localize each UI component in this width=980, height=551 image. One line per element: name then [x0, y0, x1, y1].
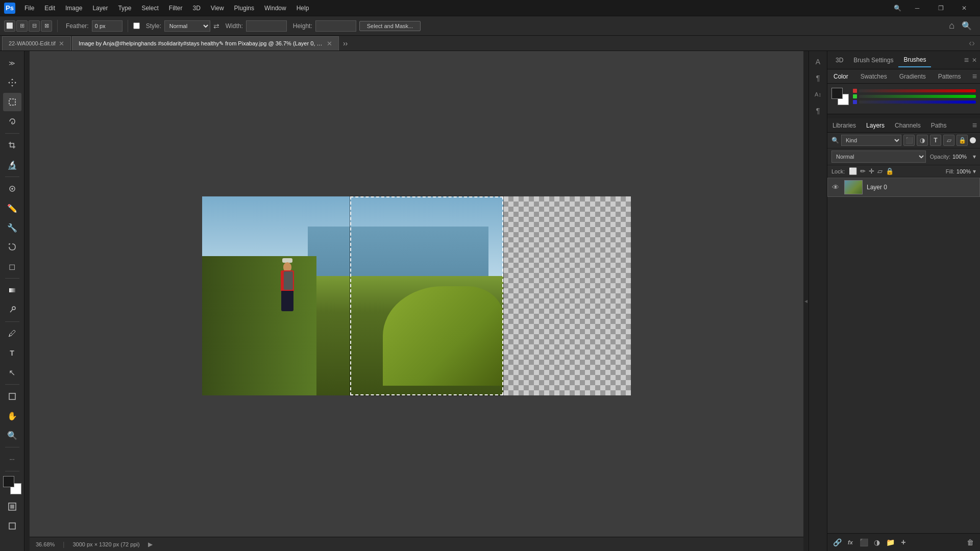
- menu-window[interactable]: Window: [259, 3, 291, 14]
- filter-shape-icon[interactable]: ▱: [943, 135, 954, 146]
- close-btn[interactable]: ✕: [952, 0, 976, 16]
- layer-0-item[interactable]: 👁 Layer 0: [827, 178, 980, 197]
- search-icon-btn[interactable]: 🔍: [889, 0, 905, 16]
- lock-all-icon[interactable]: 🔒: [886, 167, 894, 175]
- fill-chevron[interactable]: ▾: [973, 168, 976, 175]
- move-tool[interactable]: [3, 73, 21, 92]
- narrow-btn-1[interactable]: A: [811, 54, 826, 69]
- menu-file[interactable]: File: [19, 3, 39, 14]
- intersect-selection-btn[interactable]: ⊠: [41, 20, 52, 32]
- fx-icon[interactable]: fx: [845, 537, 856, 548]
- panel-collapse-right[interactable]: ‹›: [966, 38, 978, 48]
- layers-options-icon[interactable]: ≡: [972, 121, 980, 130]
- tab-2-close[interactable]: ✕: [327, 40, 332, 47]
- extra-tools-btn[interactable]: ···: [3, 450, 21, 468]
- quick-mask-btn[interactable]: [3, 497, 21, 516]
- menu-select[interactable]: Select: [136, 3, 163, 14]
- narrow-btn-2[interactable]: ¶: [811, 70, 826, 86]
- menu-type[interactable]: Type: [113, 3, 136, 14]
- home-icon[interactable]: ⌂: [949, 20, 954, 31]
- lock-transparent-icon[interactable]: ⬜: [849, 167, 857, 175]
- narrow-btn-4[interactable]: ¶: [811, 103, 826, 118]
- dodge-tool[interactable]: [3, 300, 21, 319]
- panel-options-icon[interactable]: ≡: [964, 56, 969, 65]
- feather-input[interactable]: [92, 20, 122, 32]
- tab-layers[interactable]: Layers: [861, 120, 890, 131]
- clone-stamp-tool[interactable]: 🔧: [3, 218, 21, 237]
- brush-tool[interactable]: ✏️: [3, 199, 21, 217]
- spot-healing-tool[interactable]: [3, 180, 21, 198]
- section-options-icon[interactable]: ≡: [972, 72, 980, 81]
- tab-libraries[interactable]: Libraries: [827, 120, 861, 131]
- menu-view[interactable]: View: [206, 3, 229, 14]
- anti-alias-option[interactable]: [133, 22, 140, 29]
- style-select[interactable]: Normal Fixed Ratio Fixed Size: [164, 20, 210, 32]
- tab-scroll-right[interactable]: ››: [340, 39, 351, 47]
- anti-alias-checkbox[interactable]: [133, 22, 140, 29]
- tab-2[interactable]: Image by Anja@#helpinghands #solidarity#…: [72, 36, 339, 51]
- color-swatches[interactable]: [3, 476, 21, 494]
- tab-1-close[interactable]: ✕: [59, 40, 64, 47]
- search-workspace-icon[interactable]: 🔍: [962, 21, 972, 31]
- filter-pixel-icon[interactable]: ⬛: [903, 135, 915, 146]
- menu-filter[interactable]: Filter: [164, 3, 188, 14]
- left-collapse-handle[interactable]: [24, 51, 30, 551]
- tab-swatches[interactable]: Swatches: [854, 71, 893, 82]
- tab-1[interactable]: 22-WA0000-Edit.tif ✕: [2, 36, 71, 51]
- right-collapse-handle[interactable]: ◀: [803, 51, 808, 551]
- filter-kind-select[interactable]: Kind: [841, 135, 901, 146]
- lock-paint-icon[interactable]: ✏: [860, 167, 866, 175]
- tab-color[interactable]: Color: [827, 71, 854, 82]
- adjustment-icon[interactable]: ◑: [871, 537, 883, 548]
- blend-mode-select[interactable]: Normal Multiply Screen Overlay: [831, 151, 926, 163]
- marquee-tool[interactable]: [3, 93, 21, 111]
- swap-wh-icon[interactable]: ⇄: [213, 22, 219, 30]
- panel-resize-handle[interactable]: [827, 114, 980, 118]
- tab-paths[interactable]: Paths: [926, 120, 952, 131]
- panel-close-icon[interactable]: ✕: [972, 57, 977, 64]
- eyedropper-tool[interactable]: 🔬: [3, 156, 21, 174]
- filter-type-icon[interactable]: T: [930, 135, 941, 146]
- width-input[interactable]: [246, 20, 287, 32]
- tab-channels[interactable]: Channels: [890, 120, 926, 131]
- add-mask-icon[interactable]: ⬛: [858, 537, 869, 548]
- pen-tool[interactable]: 🖊: [3, 324, 21, 343]
- menu-layer[interactable]: Layer: [87, 3, 113, 14]
- path-select-tool[interactable]: ↖: [3, 363, 21, 382]
- select-mask-button[interactable]: Select and Mask...: [359, 21, 421, 31]
- change-screen-mode-btn[interactable]: [3, 517, 21, 535]
- fg-color-box[interactable]: [831, 88, 843, 99]
- lock-move-icon[interactable]: ✛: [869, 167, 874, 175]
- narrow-btn-3[interactable]: A↕: [811, 87, 826, 102]
- gradient-tool[interactable]: [3, 281, 21, 299]
- crop-tool[interactable]: [3, 136, 21, 155]
- new-layer-icon[interactable]: +: [898, 537, 909, 548]
- tab-gradients[interactable]: Gradients: [893, 71, 932, 82]
- lock-artboard-icon[interactable]: ▱: [877, 167, 883, 175]
- layer-visibility-eye[interactable]: 👁: [832, 183, 840, 191]
- restore-btn[interactable]: ❐: [929, 0, 952, 16]
- opacity-value[interactable]: 100%: [952, 154, 971, 160]
- rect-shape-tool[interactable]: [3, 387, 21, 406]
- history-brush-tool[interactable]: [3, 238, 21, 256]
- r-slider[interactable]: [859, 89, 976, 92]
- status-arrow[interactable]: ▶: [148, 541, 153, 548]
- tab-3d[interactable]: 3D: [830, 54, 848, 67]
- menu-plugins[interactable]: Plugins: [229, 3, 259, 14]
- delete-layer-icon[interactable]: 🗑: [965, 537, 976, 548]
- new-selection-btn[interactable]: ⬜: [4, 20, 15, 32]
- menu-help[interactable]: Help: [291, 3, 314, 14]
- fill-value[interactable]: 100%: [957, 168, 971, 174]
- g-slider[interactable]: [859, 95, 976, 98]
- opacity-chevron[interactable]: ▾: [973, 153, 976, 160]
- toolbar-expand-btn[interactable]: ≫: [3, 54, 21, 72]
- menu-edit[interactable]: Edit: [39, 3, 60, 14]
- zoom-tool[interactable]: 🔍: [3, 426, 21, 444]
- fg-bg-color-boxes[interactable]: [831, 88, 849, 105]
- folder-icon[interactable]: 📁: [885, 537, 896, 548]
- text-tool[interactable]: T: [3, 344, 21, 362]
- lasso-tool[interactable]: [3, 112, 21, 131]
- subtract-selection-btn[interactable]: ⊟: [29, 20, 40, 32]
- tab-brush-settings[interactable]: Brush Settings: [848, 54, 898, 67]
- link-icon[interactable]: 🔗: [831, 537, 843, 548]
